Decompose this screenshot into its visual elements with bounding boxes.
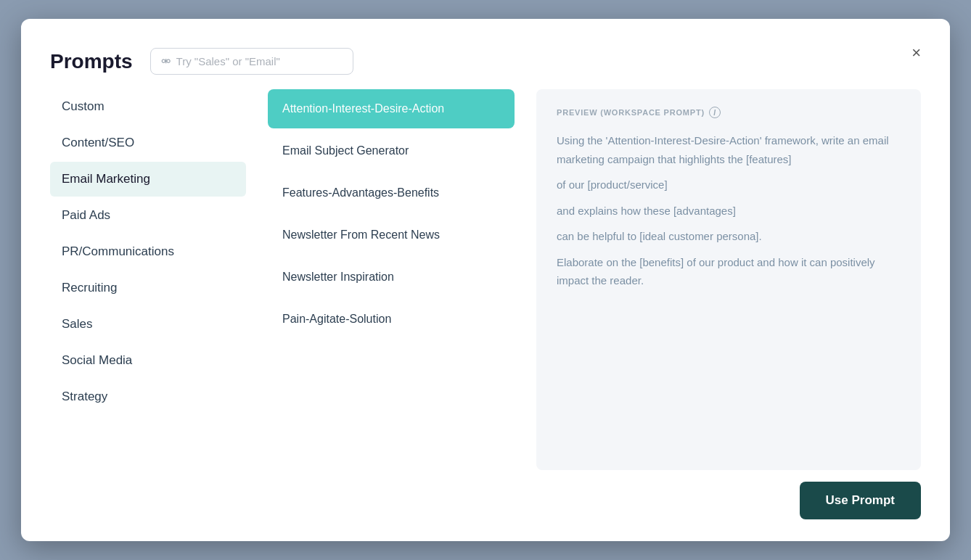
preview-paragraph: Using the 'Attention-Interest-Desire-Act… [557, 131, 901, 168]
preview-paragraph: Elaborate on the [benefits] of our produ… [557, 253, 901, 290]
preview-label-text: PREVIEW (WORKSPACE PROMPT) [557, 108, 705, 117]
modal-title: Prompts [50, 50, 133, 73]
close-button[interactable]: × [911, 45, 921, 61]
prompt-item-email-subject[interactable]: Email Subject Generator [268, 131, 515, 170]
preview-text: Using the 'Attention-Interest-Desire-Act… [557, 131, 901, 290]
modal-header: Prompts ⚮ × [50, 48, 921, 75]
prompt-item-newsletter-news[interactable]: Newsletter From Recent News [268, 215, 515, 255]
prompt-item-aida[interactable]: Attention-Interest-Desire-Action [268, 89, 515, 128]
modal-body: CustomContent/SEOEmail MarketingPaid Ads… [50, 89, 921, 470]
prompt-item-newsletter-inspiration[interactable]: Newsletter Inspiration [268, 258, 515, 297]
modal-container: Prompts ⚮ × CustomContent/SEOEmail Marke… [21, 19, 950, 541]
category-item-recruiting[interactable]: Recruiting [50, 271, 246, 305]
prompts-list-panel: Attention-Interest-Desire-ActionEmail Su… [253, 89, 529, 470]
search-bar: ⚮ [150, 48, 353, 75]
category-item-social-media[interactable]: Social Media [50, 343, 246, 378]
category-item-sales[interactable]: Sales [50, 307, 246, 342]
category-item-paid-ads[interactable]: Paid Ads [50, 198, 246, 233]
prompt-item-fab[interactable]: Features-Advantages-Benefits [268, 173, 515, 213]
use-prompt-button[interactable]: Use Prompt [800, 482, 921, 519]
modal-footer: Use Prompt [50, 470, 921, 519]
category-item-email-marketing[interactable]: Email Marketing [50, 162, 246, 197]
category-item-pr-communications[interactable]: PR/Communications [50, 234, 246, 269]
preview-label: PREVIEW (WORKSPACE PROMPT) i [557, 107, 901, 118]
prompt-item-pas[interactable]: Pain-Agitate-Solution [268, 300, 515, 339]
search-input[interactable] [176, 55, 343, 67]
category-item-content-seo[interactable]: Content/SEO [50, 125, 246, 160]
category-item-strategy[interactable]: Strategy [50, 379, 246, 414]
preview-paragraph: and explains how these [advantages] [557, 202, 901, 221]
preview-paragraph: of our [product/service] [557, 176, 901, 194]
info-icon[interactable]: i [709, 107, 721, 118]
preview-paragraph: can be helpful to [ideal customer person… [557, 227, 901, 246]
category-item-custom[interactable]: Custom [50, 89, 246, 124]
preview-panel: PREVIEW (WORKSPACE PROMPT) i Using the '… [536, 89, 921, 470]
categories-panel: CustomContent/SEOEmail MarketingPaid Ads… [50, 89, 253, 470]
search-icon: ⚮ [161, 54, 171, 68]
